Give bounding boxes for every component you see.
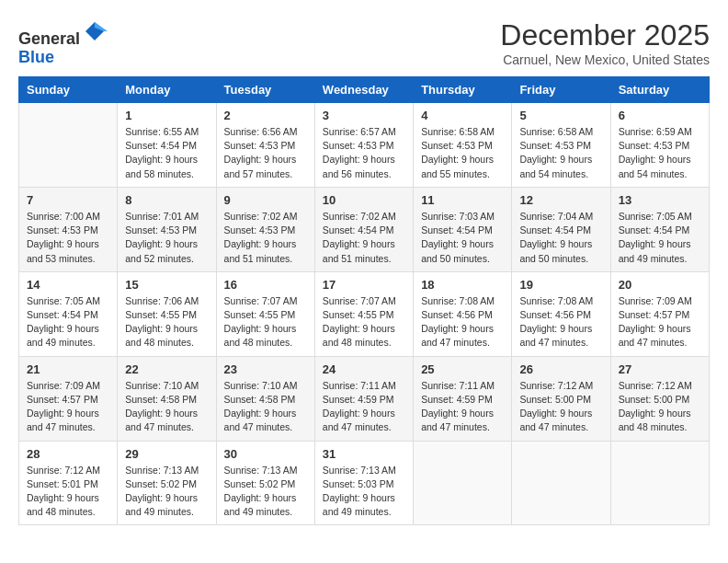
title-block: December 2025 Carnuel, New Mexico, Unite…: [500, 18, 710, 67]
day-info: Sunrise: 7:08 AMSunset: 4:56 PMDaylight:…: [421, 294, 504, 350]
weekday-header: Monday: [118, 77, 216, 103]
day-number: 21: [27, 362, 109, 376]
day-info: Sunrise: 7:11 AMSunset: 4:59 PMDaylight:…: [323, 379, 405, 435]
day-number: 3: [323, 109, 405, 122]
calendar-cell: 3Sunrise: 6:57 AMSunset: 4:53 PMDaylight…: [314, 103, 413, 188]
day-number: 24: [323, 362, 405, 376]
calendar-cell: 7Sunrise: 7:00 AMSunset: 4:53 PMDaylight…: [19, 187, 118, 271]
day-number: 14: [27, 278, 109, 292]
day-number: 30: [224, 447, 307, 461]
calendar-cell: 9Sunrise: 7:02 AMSunset: 4:53 PMDaylight…: [216, 187, 314, 271]
calendar-cell: 27Sunrise: 7:12 AMSunset: 5:00 PMDayligh…: [610, 356, 709, 441]
weekday-header: Saturday: [610, 77, 709, 103]
day-info: Sunrise: 7:12 AMSunset: 5:00 PMDaylight:…: [519, 379, 602, 435]
day-number: 22: [125, 362, 208, 376]
calendar-cell: 11Sunrise: 7:03 AMSunset: 4:54 PMDayligh…: [414, 187, 512, 271]
day-info: Sunrise: 7:04 AMSunset: 4:54 PMDaylight:…: [519, 210, 602, 266]
calendar-cell: 21Sunrise: 7:09 AMSunset: 4:57 PMDayligh…: [19, 356, 118, 441]
calendar-cell: 30Sunrise: 7:13 AMSunset: 5:02 PMDayligh…: [216, 441, 314, 525]
day-number: 31: [323, 447, 405, 461]
calendar-cell: 20Sunrise: 7:09 AMSunset: 4:57 PMDayligh…: [610, 271, 709, 356]
day-number: 10: [323, 193, 405, 207]
calendar-cell: 6Sunrise: 6:59 AMSunset: 4:53 PMDaylight…: [610, 103, 709, 188]
calendar-cell: [512, 441, 610, 525]
calendar-cell: 22Sunrise: 7:10 AMSunset: 4:58 PMDayligh…: [118, 356, 216, 441]
day-info: Sunrise: 7:00 AMSunset: 4:53 PMDaylight:…: [27, 210, 109, 266]
day-info: Sunrise: 7:09 AMSunset: 4:57 PMDaylight:…: [27, 379, 109, 435]
day-number: 9: [224, 193, 307, 207]
day-info: Sunrise: 6:58 AMSunset: 4:53 PMDaylight:…: [519, 125, 602, 181]
day-info: Sunrise: 7:10 AMSunset: 4:58 PMDaylight:…: [224, 379, 307, 435]
day-info: Sunrise: 7:13 AMSunset: 5:02 PMDaylight:…: [125, 464, 208, 520]
calendar-cell: 26Sunrise: 7:12 AMSunset: 5:00 PMDayligh…: [512, 356, 610, 441]
day-info: Sunrise: 6:58 AMSunset: 4:53 PMDaylight:…: [421, 125, 504, 181]
day-info: Sunrise: 7:03 AMSunset: 4:54 PMDaylight:…: [421, 210, 504, 266]
calendar-cell: 5Sunrise: 6:58 AMSunset: 4:53 PMDaylight…: [512, 103, 610, 188]
logo-icon: [82, 18, 108, 44]
day-number: 19: [519, 278, 602, 292]
day-info: Sunrise: 6:55 AMSunset: 4:54 PMDaylight:…: [125, 125, 208, 181]
day-number: 20: [619, 278, 701, 292]
calendar-cell: 19Sunrise: 7:08 AMSunset: 4:56 PMDayligh…: [512, 271, 610, 356]
day-info: Sunrise: 7:02 AMSunset: 4:53 PMDaylight:…: [224, 210, 307, 266]
calendar-table: SundayMondayTuesdayWednesdayThursdayFrid…: [18, 76, 710, 525]
day-number: 1: [125, 109, 208, 122]
calendar-cell: 4Sunrise: 6:58 AMSunset: 4:53 PMDaylight…: [414, 103, 512, 188]
day-number: 28: [27, 447, 109, 461]
calendar-cell: 31Sunrise: 7:13 AMSunset: 5:03 PMDayligh…: [314, 441, 413, 525]
day-info: Sunrise: 7:10 AMSunset: 4:58 PMDaylight:…: [125, 379, 208, 435]
day-info: Sunrise: 7:12 AMSunset: 5:00 PMDaylight:…: [619, 379, 701, 435]
day-number: 29: [125, 447, 208, 461]
calendar-cell: 10Sunrise: 7:02 AMSunset: 4:54 PMDayligh…: [314, 187, 413, 271]
calendar-cell: 12Sunrise: 7:04 AMSunset: 4:54 PMDayligh…: [512, 187, 610, 271]
day-info: Sunrise: 6:59 AMSunset: 4:53 PMDaylight:…: [619, 125, 701, 181]
day-info: Sunrise: 7:07 AMSunset: 4:55 PMDaylight:…: [323, 294, 405, 350]
day-number: 7: [27, 193, 109, 207]
weekday-header: Thursday: [414, 77, 512, 103]
day-number: 18: [421, 278, 504, 292]
day-info: Sunrise: 7:07 AMSunset: 4:55 PMDaylight:…: [224, 294, 307, 350]
day-info: Sunrise: 7:05 AMSunset: 4:54 PMDaylight:…: [619, 210, 701, 266]
calendar-cell: 16Sunrise: 7:07 AMSunset: 4:55 PMDayligh…: [216, 271, 314, 356]
day-info: Sunrise: 6:56 AMSunset: 4:53 PMDaylight:…: [224, 125, 307, 181]
weekday-header: Wednesday: [314, 77, 413, 103]
calendar-cell: 29Sunrise: 7:13 AMSunset: 5:02 PMDayligh…: [118, 441, 216, 525]
calendar-cell: 14Sunrise: 7:05 AMSunset: 4:54 PMDayligh…: [19, 271, 118, 356]
calendar-cell: 1Sunrise: 6:55 AMSunset: 4:54 PMDaylight…: [118, 103, 216, 188]
day-number: 17: [323, 278, 405, 292]
logo-general: General: [18, 29, 80, 48]
weekday-header: Friday: [512, 77, 610, 103]
day-number: 4: [421, 109, 504, 122]
calendar-cell: 25Sunrise: 7:11 AMSunset: 4:59 PMDayligh…: [414, 356, 512, 441]
day-number: 13: [619, 193, 701, 207]
page-header: General Blue December 2025 Carnuel, New …: [18, 18, 710, 67]
calendar-cell: [19, 103, 118, 188]
day-info: Sunrise: 7:11 AMSunset: 4:59 PMDaylight:…: [421, 379, 504, 435]
weekday-header: Tuesday: [216, 77, 314, 103]
day-info: Sunrise: 7:09 AMSunset: 4:57 PMDaylight:…: [619, 294, 701, 350]
day-info: Sunrise: 7:06 AMSunset: 4:55 PMDaylight:…: [125, 294, 208, 350]
calendar-cell: 17Sunrise: 7:07 AMSunset: 4:55 PMDayligh…: [314, 271, 413, 356]
calendar-cell: 15Sunrise: 7:06 AMSunset: 4:55 PMDayligh…: [118, 271, 216, 356]
location: Carnuel, New Mexico, United States: [500, 52, 710, 67]
calendar-cell: 28Sunrise: 7:12 AMSunset: 5:01 PMDayligh…: [19, 441, 118, 525]
month-title: December 2025: [500, 18, 710, 52]
calendar-cell: [610, 441, 709, 525]
day-info: Sunrise: 7:01 AMSunset: 4:53 PMDaylight:…: [125, 210, 208, 266]
day-number: 23: [224, 362, 307, 376]
calendar-cell: 8Sunrise: 7:01 AMSunset: 4:53 PMDaylight…: [118, 187, 216, 271]
calendar-cell: 23Sunrise: 7:10 AMSunset: 4:58 PMDayligh…: [216, 356, 314, 441]
day-info: Sunrise: 7:13 AMSunset: 5:03 PMDaylight:…: [323, 464, 405, 520]
day-number: 2: [224, 109, 307, 122]
day-number: 16: [224, 278, 307, 292]
calendar-cell: 2Sunrise: 6:56 AMSunset: 4:53 PMDaylight…: [216, 103, 314, 188]
day-info: Sunrise: 7:13 AMSunset: 5:02 PMDaylight:…: [224, 464, 307, 520]
logo: General Blue: [18, 18, 108, 67]
calendar-cell: 18Sunrise: 7:08 AMSunset: 4:56 PMDayligh…: [414, 271, 512, 356]
day-number: 11: [421, 193, 504, 207]
day-number: 25: [421, 362, 504, 376]
day-number: 8: [125, 193, 208, 207]
calendar-cell: 24Sunrise: 7:11 AMSunset: 4:59 PMDayligh…: [314, 356, 413, 441]
weekday-header: Sunday: [19, 77, 118, 103]
calendar-cell: [414, 441, 512, 525]
